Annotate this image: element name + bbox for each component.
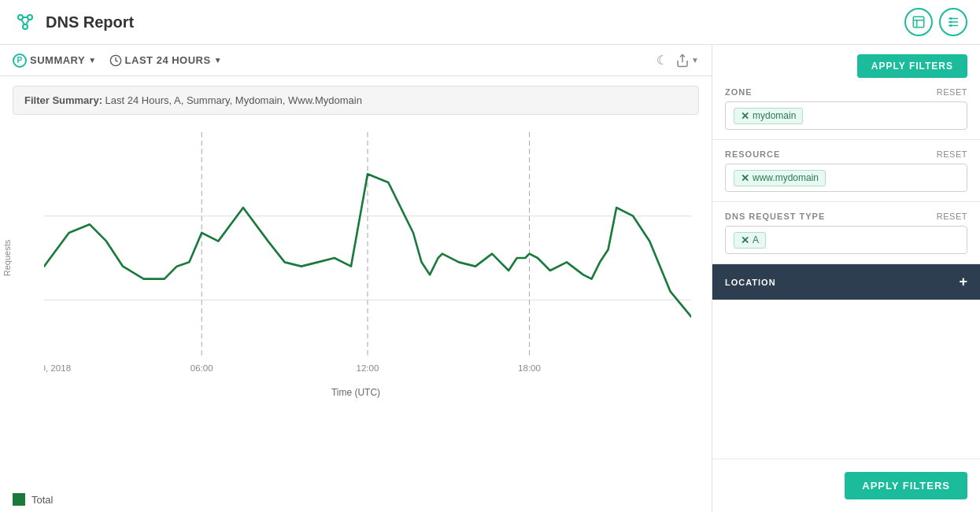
svg-point-14	[950, 25, 952, 27]
chart-wrapper: Requests 10 5.0	[13, 132, 699, 384]
resource-filter-header: RESOURCE RESET	[725, 149, 967, 159]
moon-icon[interactable]: ☾	[656, 53, 668, 68]
toolbar: P SUMMARY ▼ LAST 24 HOURS ▼ ☾	[0, 45, 712, 76]
resource-filter-input[interactable]: ✕ www.mydomain	[725, 164, 967, 192]
main-container: P SUMMARY ▼ LAST 24 HOURS ▼ ☾	[0, 45, 980, 512]
zone-filter-reset[interactable]: RESET	[937, 87, 967, 97]
svg-text:18:00: 18:00	[518, 363, 542, 373]
toolbar-right: ☾ ▼	[656, 53, 699, 68]
zone-filter-section: ZONE RESET ✕ mydomain	[712, 78, 980, 140]
apply-filters-bottom-button[interactable]: APPLY FILTERS	[845, 472, 967, 499]
location-plus-icon[interactable]: +	[959, 274, 967, 290]
y-axis-label: Requests	[2, 240, 12, 276]
dns-request-type-filter-section: DNS REQUEST TYPE RESET ✕ A	[712, 202, 980, 264]
dns-request-type-filter-header: DNS REQUEST TYPE RESET	[725, 212, 967, 221]
header-icons	[904, 8, 967, 36]
logo-icon	[13, 9, 38, 35]
svg-point-13	[950, 21, 952, 23]
dns-request-type-filter-input[interactable]: ✕ A	[725, 226, 967, 254]
share-icon[interactable]: ▼	[675, 53, 699, 68]
right-panel-top: APPLY FILTERS	[712, 45, 980, 78]
page-header: DNS Report	[0, 0, 980, 45]
resource-filter-reset[interactable]: RESET	[937, 149, 967, 159]
header-book-icon[interactable]	[904, 8, 933, 36]
svg-point-0	[18, 15, 23, 20]
zone-filter-tag: ✕ mydomain	[734, 108, 803, 124]
zone-tag-remove[interactable]: ✕	[741, 110, 749, 122]
svg-line-5	[26, 20, 29, 24]
header-left: DNS Report	[13, 9, 134, 35]
resource-filter-section: RESOURCE RESET ✕ www.mydomain	[712, 140, 980, 202]
svg-point-1	[28, 15, 32, 20]
spacer-section	[712, 300, 980, 459]
page-title: DNS Report	[46, 13, 134, 31]
chart-legend: Total	[0, 487, 712, 512]
svg-text:06:00: 06:00	[190, 363, 214, 373]
resource-filter-tag: ✕ www.mydomain	[734, 170, 826, 186]
svg-text:12:00: 12:00	[357, 363, 380, 373]
dns-request-type-filter-reset[interactable]: RESET	[937, 212, 967, 221]
right-panel: APPLY FILTERS ZONE RESET ✕ mydomain RESO…	[712, 45, 980, 512]
svg-point-2	[23, 24, 28, 29]
resource-tag-remove[interactable]: ✕	[741, 172, 749, 184]
resource-filter-title: RESOURCE	[725, 149, 780, 159]
location-section[interactable]: LOCATION +	[712, 264, 980, 300]
apply-filters-top-button[interactable]: APPLY FILTERS	[857, 54, 967, 78]
summary-toolbar-item[interactable]: P SUMMARY ▼	[13, 53, 97, 68]
svg-rect-6	[913, 17, 924, 28]
chart-area: Requests 10 5.0	[0, 124, 712, 487]
time-toolbar-item[interactable]: LAST 24 HOURS ▼	[109, 54, 222, 67]
location-title: LOCATION	[725, 278, 776, 287]
legend-color-total	[13, 493, 25, 506]
summary-icon: P	[13, 53, 27, 68]
header-list-icon[interactable]	[939, 8, 967, 36]
zone-filter-input[interactable]: ✕ mydomain	[725, 101, 967, 130]
svg-line-4	[21, 20, 24, 24]
apply-filters-footer: APPLY FILTERS	[712, 459, 980, 512]
dns-request-type-filter-tag: ✕ A	[734, 232, 766, 249]
legend-label-total: Total	[31, 494, 53, 506]
chart-inner: 10 5.0 Mar 30, 2018 06:00 12:00 18:00	[44, 132, 691, 384]
dns-request-type-tag-remove[interactable]: ✕	[741, 234, 749, 246]
clock-icon	[109, 54, 122, 67]
dns-request-type-filter-title: DNS REQUEST TYPE	[725, 212, 825, 221]
svg-text:Mar 30, 2018: Mar 30, 2018	[44, 363, 71, 373]
svg-point-12	[950, 18, 952, 20]
filter-summary-bar: Filter Summary: Last 24 Hours, A, Summar…	[13, 86, 699, 115]
left-panel: P SUMMARY ▼ LAST 24 HOURS ▼ ☾	[0, 45, 712, 512]
zone-filter-title: ZONE	[725, 87, 753, 97]
zone-filter-header: ZONE RESET	[725, 87, 967, 97]
x-axis-label: Time (UTC)	[13, 387, 699, 398]
chart-svg: 10 5.0 Mar 30, 2018 06:00 12:00 18:00	[44, 132, 691, 384]
